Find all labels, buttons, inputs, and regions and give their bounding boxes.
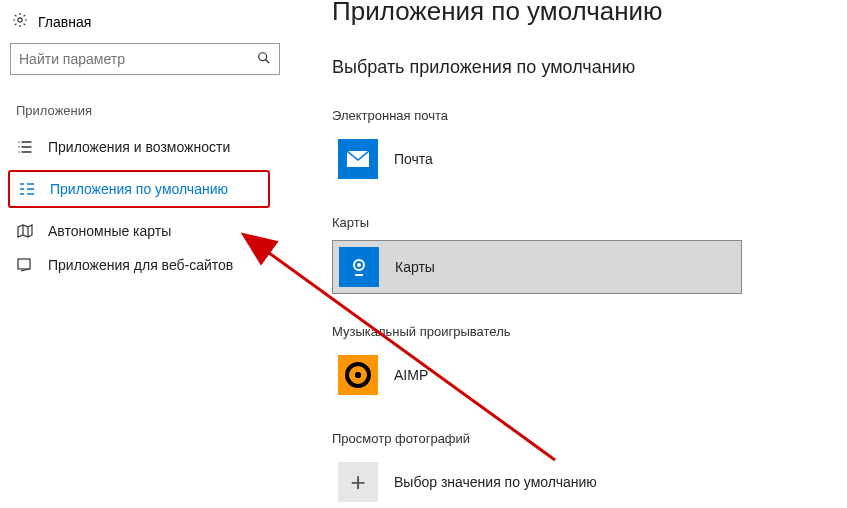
sidebar-item-label: Автономные карты [48, 223, 171, 239]
home-label: Главная [38, 14, 91, 30]
aimp-icon [338, 355, 378, 395]
search-field[interactable] [19, 51, 257, 67]
main-content: Приложения по умолчанию Выбрать приложен… [300, 0, 847, 508]
app-name: Карты [395, 259, 435, 275]
default-app-music[interactable]: AIMP [332, 349, 742, 401]
group-email-label: Электронная почта [332, 108, 831, 123]
sidebar-item-label: Приложения для веб-сайтов [48, 257, 233, 273]
default-app-email[interactable]: Почта [332, 133, 742, 185]
sidebar-item-label: Приложения и возможности [48, 139, 230, 155]
svg-rect-2 [18, 259, 30, 269]
sidebar-item-apps-features[interactable]: Приложения и возможности [8, 130, 270, 164]
app-name: Почта [394, 151, 433, 167]
sidebar-item-apps-websites[interactable]: Приложения для веб-сайтов [8, 248, 270, 282]
maps-icon [339, 247, 379, 287]
page-subtitle: Выбрать приложения по умолчанию [332, 57, 831, 78]
defaults-icon [18, 182, 36, 196]
gear-icon [12, 12, 28, 31]
search-input[interactable] [10, 43, 280, 75]
svg-point-1 [259, 52, 267, 60]
page-title: Приложения по умолчанию [332, 0, 831, 27]
default-app-maps[interactable]: Карты [332, 240, 742, 294]
sidebar: Главная Приложения Приложения и возможно… [0, 0, 300, 508]
web-apps-icon [16, 258, 34, 272]
map-icon [16, 224, 34, 238]
group-maps-label: Карты [332, 215, 831, 230]
sidebar-item-default-apps[interactable]: Приложения по умолчанию [8, 170, 270, 208]
sidebar-item-label: Приложения по умолчанию [50, 181, 228, 197]
group-photos-label: Просмотр фотографий [332, 431, 831, 446]
list-icon [16, 140, 34, 154]
plus-icon: + [338, 462, 378, 502]
sidebar-section-title: Приложения [16, 103, 300, 118]
home-link[interactable]: Главная [8, 8, 300, 43]
search-icon [257, 51, 271, 68]
default-app-photos[interactable]: + Выбор значения по умолчанию [332, 456, 742, 508]
sidebar-item-offline-maps[interactable]: Автономные карты [8, 214, 270, 248]
svg-point-5 [357, 263, 361, 267]
mail-icon [338, 139, 378, 179]
svg-point-0 [18, 18, 22, 22]
app-name: Выбор значения по умолчанию [394, 474, 597, 490]
app-name: AIMP [394, 367, 428, 383]
group-music-label: Музыкальный проигрыватель [332, 324, 831, 339]
